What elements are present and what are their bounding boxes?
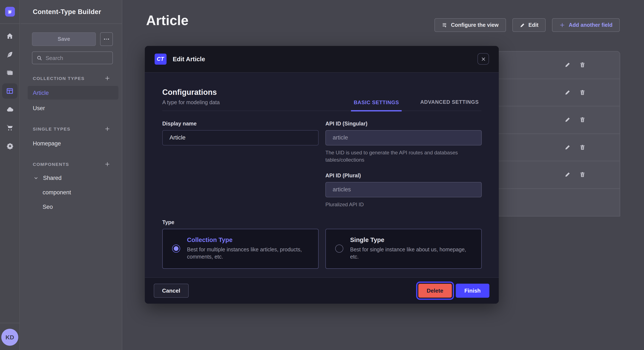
- content-type-builder-icon[interactable]: [2, 83, 18, 99]
- cloud-icon[interactable]: [2, 102, 18, 117]
- rail-footer: KD: [0, 323, 20, 350]
- delete-row-trash-icon[interactable]: [579, 144, 586, 151]
- modal-footer: Cancel Delete Finish: [144, 277, 499, 303]
- form-grid-spacer: [162, 164, 318, 208]
- edit-row-pencil-icon[interactable]: [564, 62, 571, 68]
- chevron-down-icon: [34, 175, 38, 180]
- edit-row-pencil-icon[interactable]: [564, 89, 571, 96]
- display-name-group: Display name: [162, 121, 318, 164]
- content-type-builder-sidebar: Content-Type Builder Save COLLECTION TYP…: [20, 0, 122, 350]
- single-types-heading: SINGLE TYPES: [33, 126, 70, 131]
- main-nav-rail: KD: [0, 0, 20, 350]
- api-id-singular-group: API ID (Singular) The UID is used to gen…: [326, 121, 482, 164]
- edit-row-pencil-icon[interactable]: [564, 117, 571, 123]
- tab-advanced-settings[interactable]: ADVANCED SETTINGS: [418, 99, 481, 110]
- radio-unselected-icon[interactable]: [335, 245, 343, 253]
- finish-button[interactable]: Finish: [456, 283, 489, 298]
- edit-button[interactable]: Edit: [512, 18, 546, 32]
- sidebar-item-article[interactable]: Article: [28, 86, 118, 100]
- page-header: Article Configure the view Edit: [123, 0, 644, 32]
- configuration-form: Display name API ID (Singular) The UID i…: [162, 121, 481, 208]
- api-id-plural-help: Pluralized API ID: [326, 201, 482, 208]
- api-id-singular-label: API ID (Singular): [326, 121, 482, 127]
- rail-nav: [2, 24, 18, 154]
- sidebar-group-label: Shared: [43, 175, 62, 181]
- sidebar-item-homepage[interactable]: Homepage: [28, 137, 118, 150]
- delete-row-trash-icon[interactable]: [579, 172, 586, 178]
- collection-types-heading: COLLECTION TYPES: [33, 76, 84, 81]
- delete-row-trash-icon[interactable]: [579, 117, 586, 123]
- edit-row-pencil-icon[interactable]: [564, 172, 571, 178]
- configurations-title: Configurations: [162, 88, 220, 97]
- api-id-plural-group: API ID (Plural) Pluralized API ID: [326, 173, 482, 208]
- components-heading: COMPONENTS: [33, 162, 69, 167]
- sidebar-header: Content-Type Builder: [20, 0, 122, 24]
- content-manager-feather-icon[interactable]: [2, 47, 18, 62]
- add-collection-type-icon[interactable]: [104, 74, 111, 82]
- collection-type-description: Best for multiple instances like article…: [187, 246, 310, 261]
- search-input[interactable]: [46, 55, 120, 61]
- sidebar-item-seo[interactable]: Seo: [20, 200, 122, 213]
- type-options: Collection Type Best for multiple instan…: [162, 229, 481, 269]
- content-type-badge: CT: [154, 54, 166, 65]
- collection-types-section: COLLECTION TYPES Article User: [20, 74, 122, 115]
- type-label: Type: [162, 219, 481, 225]
- configure-view-button[interactable]: Configure the view: [434, 18, 506, 32]
- single-type-option[interactable]: Single Type Best for single instance lik…: [326, 229, 482, 269]
- plugin-title: Content-Type Builder: [33, 8, 101, 15]
- edit-article-modal: CT Edit Article Configurations A type fo…: [144, 46, 499, 303]
- sidebar-group-shared[interactable]: Shared: [20, 172, 122, 184]
- strapi-logo[interactable]: [5, 7, 15, 16]
- add-component-icon[interactable]: [104, 160, 111, 168]
- display-name-label: Display name: [162, 121, 318, 127]
- media-library-icon[interactable]: [2, 65, 18, 80]
- sidebar-actions: Save: [20, 24, 122, 46]
- modal-body: Configurations A type for modeling data …: [144, 72, 499, 277]
- api-id-singular-field[interactable]: [326, 130, 482, 145]
- api-id-plural-label: API ID (Plural): [326, 173, 482, 178]
- search-icon: [37, 55, 42, 61]
- marketplace-cart-icon[interactable]: [2, 120, 18, 135]
- plus-icon: [559, 22, 565, 28]
- api-id-plural-field[interactable]: [326, 182, 482, 197]
- radio-selected-icon[interactable]: [172, 245, 180, 253]
- delete-row-trash-icon[interactable]: [579, 89, 586, 96]
- save-button[interactable]: Save: [32, 32, 96, 46]
- page-title: Article: [146, 13, 188, 28]
- logo-cell: [0, 0, 20, 24]
- close-icon[interactable]: [478, 53, 489, 65]
- single-type-title: Single Type: [350, 236, 472, 243]
- single-types-section: SINGLE TYPES Homepage: [20, 125, 122, 150]
- app-root: KD Content-Type Builder Save COLLECTION …: [0, 0, 644, 350]
- modal-header: CT Edit Article: [144, 46, 499, 72]
- add-another-field-button[interactable]: Add another field: [552, 18, 620, 32]
- tab-basic-settings[interactable]: BASIC SETTINGS: [351, 99, 402, 111]
- cancel-button[interactable]: Cancel: [154, 283, 189, 298]
- delete-button[interactable]: Delete: [418, 283, 452, 298]
- add-single-type-icon[interactable]: [104, 125, 111, 133]
- collection-type-option[interactable]: Collection Type Best for multiple instan…: [162, 229, 318, 269]
- sidebar-item-user[interactable]: User: [28, 101, 118, 115]
- more-options-button[interactable]: [100, 32, 113, 46]
- api-id-singular-help: The UID is used to generate the API rout…: [326, 149, 482, 164]
- home-icon[interactable]: [2, 28, 18, 44]
- single-type-description: Best for single instance like about us, …: [350, 246, 472, 261]
- settings-gear-icon[interactable]: [2, 138, 18, 154]
- user-avatar[interactable]: KD: [1, 329, 18, 346]
- edit-row-pencil-icon[interactable]: [564, 144, 571, 151]
- modal-title: Edit Article: [173, 56, 205, 62]
- edit-pencil-icon: [520, 22, 525, 28]
- settings-tabs: BASIC SETTINGS ADVANCED SETTINGS: [351, 99, 481, 110]
- header-actions: Configure the view Edit Add another fiel…: [434, 18, 620, 32]
- delete-row-trash-icon[interactable]: [579, 62, 586, 68]
- configure-list-icon: [442, 22, 448, 28]
- configurations-subtitle: A type for modeling data: [162, 99, 220, 105]
- search-box: [32, 51, 113, 64]
- configurations-header: Configurations A type for modeling data …: [162, 88, 481, 111]
- collection-type-title: Collection Type: [187, 236, 310, 243]
- display-name-field[interactable]: [162, 130, 318, 145]
- components-section: COMPONENTS Shared component Seo: [20, 160, 122, 213]
- sidebar-item-component[interactable]: component: [20, 186, 122, 199]
